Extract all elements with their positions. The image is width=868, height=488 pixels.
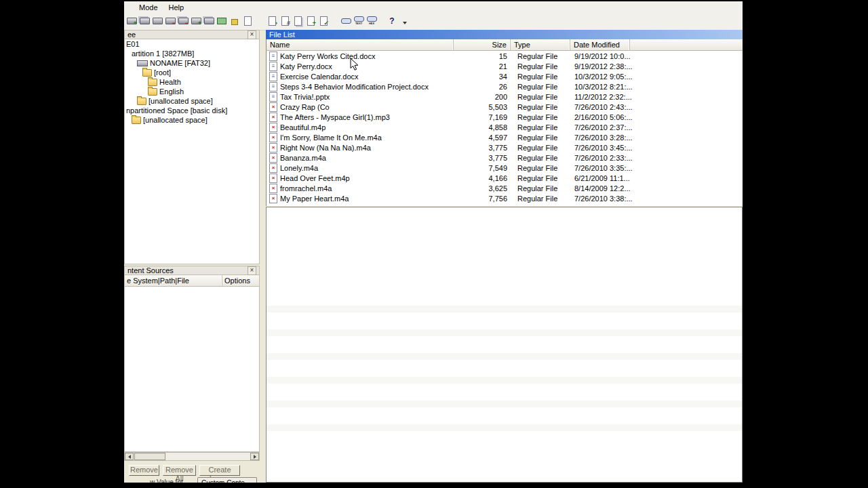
file-row[interactable]: ≡Tax Trivia!.pptx200Regular File11/2/201… [267,92,743,102]
file-row[interactable]: ×I'm Sorry, Blame It On Me.m4a4,597Regul… [267,132,743,142]
file-icon: × [269,133,277,142]
column-header-date-modified[interactable]: Date Modified [570,39,630,50]
export-files-icon[interactable]: › [266,14,278,27]
scroll-right-icon[interactable] [250,453,259,460]
tree-item[interactable]: npartitioned Space [basic disk] [125,106,259,115]
hex-view-icon[interactable]: HEX [366,14,378,27]
folder-icon [148,88,157,96]
tree-item-label: NONAME [FAT32] [150,59,210,67]
add-all-attached-devices-icon[interactable] [138,14,151,27]
verify-image-icon[interactable]: ✓ [317,14,330,27]
tree-item[interactable]: [unallocated space] [125,115,259,125]
file-row[interactable]: ×Lonely.m4a7,549Regular File7/26/2010 3:… [267,163,743,173]
custom-content-sources-header[interactable]: ntent Sources × [124,266,260,275]
menu-item-mode[interactable]: Mode [134,3,163,12]
tree-item[interactable]: [unallocated space] [125,96,259,106]
file-list[interactable]: ≡Katy Perry Works Cited.docx15Regular Fi… [266,51,743,206]
file-list-caption[interactable]: File List [266,30,743,39]
remove-all-button[interactable]: Remove All [163,465,196,476]
export-directory-listing-icon[interactable] [292,14,304,27]
custom-content-sources-close-icon[interactable]: × [248,266,256,275]
deleted-media-icon: × [272,135,275,140]
file-row[interactable]: ≡Exercise Calendar.docx34Regular File10/… [267,71,743,81]
bottom-tab-custom-conte[interactable]: Custom Conte [197,477,257,483]
scrollbar-thumb[interactable] [134,453,165,460]
image-mounting-icon-shape [153,18,163,24]
detect-efs-encryption-icon[interactable] [241,14,254,27]
menu-item-help[interactable]: Help [163,3,190,12]
toolbar-group-export: ›#+✓ [266,14,330,27]
file-name: Bananza.m4a [280,154,326,162]
file-date-modified: 2/16/2010 5:06:... [570,113,706,121]
toolbar-options-icon[interactable] [399,14,411,27]
add-evidence-item-icon[interactable]: + [125,14,138,27]
file-icon: × [269,113,277,122]
scrollbar-track[interactable] [134,453,250,460]
add-to-custom-content-icon[interactable]: + [304,14,317,27]
deleted-media-icon: × [272,104,275,110]
file-name: Exercise Calendar.docx [280,73,359,81]
file-icon: × [269,143,277,152]
file-row[interactable]: ×My Paper Heart.m4a7,756Regular File7/26… [267,193,743,203]
remove-all-evidence-items-icon[interactable]: − [177,14,189,27]
file-size: 3,775 [454,154,511,162]
evidence-tree-header[interactable]: ee × [124,30,260,39]
capture-memory-icon[interactable] [216,14,228,27]
file-icon: ≡ [269,62,277,71]
file-name: Katy Perry Works Cited.docx [280,52,375,60]
file-name-cell: ×The Afters - Myspace Girl(1).mp3 [267,113,454,122]
remove-evidence-item-icon[interactable]: − [164,14,176,27]
ftk-imager-window: ModeHelp +−−+ ›#+✓ TEXTHEX ? ee × E01art… [124,1,743,483]
create-disk-image-icon[interactable]: + [190,14,202,27]
deleted-media-icon: × [272,196,275,201]
column-header-size[interactable]: Size [454,39,511,50]
tree-item-label: E01 [126,40,140,48]
help-icon[interactable]: ? [386,14,398,27]
file-row[interactable]: ×Bananza.m4a3,775Regular File7/26/2010 2… [267,152,743,163]
file-row[interactable]: ≡Katy Perry Works Cited.docx15Regular Fi… [267,51,743,61]
file-type: Regular File [511,113,570,121]
file-name-cell: ×My Paper Heart.m4a [267,194,454,203]
export-file-hash-list-icon[interactable]: # [279,14,291,27]
tree-item-label: English [159,87,184,96]
auto-view-icon[interactable] [340,14,352,27]
image-mounting-icon[interactable] [151,14,163,27]
file-row[interactable]: ×Crazy Rap (Co5,503Regular File7/26/2010… [267,102,743,112]
export-disk-image-icon[interactable] [203,14,215,27]
document-icon: ≡ [272,54,275,59]
scroll-left-icon[interactable] [125,453,134,460]
tree-item-label: Health [159,78,181,86]
column-header-options[interactable]: Options [222,275,259,286]
tree-item-label: npartitioned Space [basic disk] [126,106,227,115]
tree-item[interactable]: NONAME [FAT32] [125,58,259,68]
tree-item[interactable]: artition 1 [3827MB] [125,49,259,58]
column-header-file-system-path-file[interactable]: e System|Path|File [125,275,222,286]
deleted-media-icon: × [272,186,275,191]
remove-button[interactable]: Remove [129,465,159,476]
tree-item[interactable]: E01 [125,39,259,49]
folder-icon [132,117,141,124]
text-view-icon[interactable]: TEXT [353,14,365,27]
tree-item[interactable]: English [125,87,259,96]
file-row[interactable]: ≡Katy Perry.docx21Regular File9/19/2012 … [267,61,743,71]
file-row[interactable]: ×fromrachel.m4a3,625Regular File8/14/200… [267,183,743,193]
evidence-tree-close-icon[interactable]: × [248,30,256,39]
content-sources-hscrollbar[interactable] [124,452,260,461]
bottom-tab-w-value-int[interactable]: w Value Int [150,479,183,483]
custom-content-sources-list[interactable] [124,287,260,452]
file-row[interactable]: ×Right Now (Na Na Na).m4a3,775Regular Fi… [267,142,743,152]
file-row[interactable]: ≡Steps 3-4 Behavior Modification Project… [267,81,743,92]
column-header-name[interactable]: Name [267,39,454,50]
file-row[interactable]: ×Beautiful.m4p4,858Regular File7/26/2010… [267,122,743,132]
tree-item[interactable]: [root] [125,68,259,77]
file-row[interactable]: ×The Afters - Myspace Girl(1).mp37,169Re… [267,112,743,122]
tree-item[interactable]: Health [125,77,259,87]
create-image-button[interactable]: Create Image [199,465,240,476]
file-row[interactable]: ×Head Over Feet.m4p4,166Regular File6/21… [267,173,743,183]
column-header-type[interactable]: Type [511,39,570,50]
obtain-protected-files-icon[interactable] [229,14,241,27]
file-icon: × [269,163,277,173]
evidence-tree[interactable]: E01artition 1 [3827MB]NONAME [FAT32][roo… [124,39,260,264]
file-date-modified: 7/26/2010 2:43:... [570,103,706,111]
content-sources-buttons: RemoveRemove AllCreate Image [124,465,260,476]
